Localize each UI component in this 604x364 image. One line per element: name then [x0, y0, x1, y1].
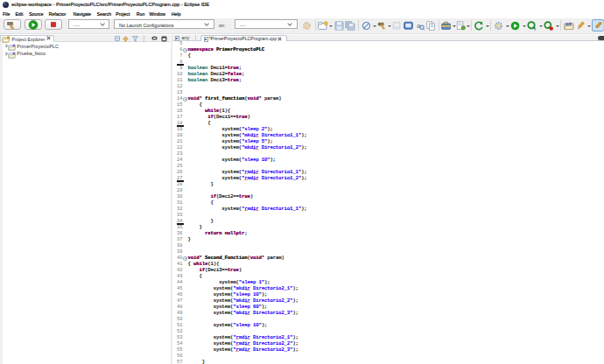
svg-text:il: il: [534, 27, 536, 32]
